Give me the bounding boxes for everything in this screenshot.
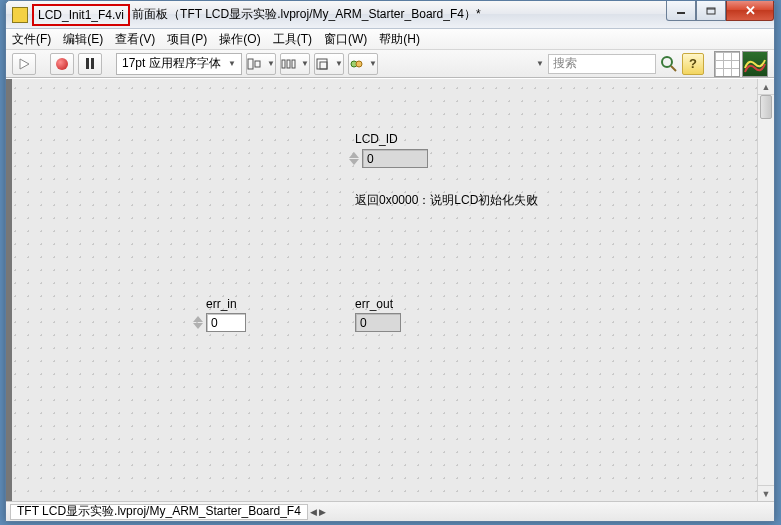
lcd-id-spinner[interactable] <box>349 152 361 165</box>
front-panel-area: LCD_ID 0 返回0x0000：说明LCD初始化失败 err_in 0 er… <box>6 79 774 501</box>
toolbar: 17pt 应用程序字体▼ ▼ ▼ ▼ ▼ ▼ 搜索 ? <box>6 50 774 78</box>
err-out-indicator[interactable]: 0 <box>355 313 401 332</box>
maximize-button[interactable] <box>696 1 726 21</box>
right-arrow-icon[interactable]: ▶ <box>319 507 326 517</box>
menu-help[interactable]: 帮助(H) <box>379 31 420 48</box>
err-out-label: err_out <box>355 297 393 311</box>
menu-file[interactable]: 文件(F) <box>12 31 51 48</box>
menu-window[interactable]: 窗口(W) <box>324 31 367 48</box>
svg-rect-10 <box>320 62 327 69</box>
app-icon <box>12 7 28 23</box>
svg-rect-9 <box>317 59 327 69</box>
pause-icon <box>86 58 94 69</box>
chevron-down-icon: ▼ <box>228 59 236 68</box>
left-arrow-icon[interactable]: ◀ <box>310 507 317 517</box>
titlebar[interactable]: LCD_Init1_F4.vi 前面板（TFT LCD显示实验.lvproj/M… <box>6 1 774 29</box>
chevron-down-icon: ▼ <box>369 59 377 68</box>
lcd-id-indicator[interactable]: 0 <box>362 149 428 168</box>
scroll-up-icon[interactable]: ▲ <box>758 79 774 95</box>
menubar: 文件(F) 编辑(E) 查看(V) 项目(P) 操作(O) 工具(T) 窗口(W… <box>6 29 774 50</box>
up-arrow-icon <box>349 152 359 158</box>
vi-icon[interactable] <box>742 51 768 77</box>
font-label: 17pt 应用程序字体 <box>122 55 221 72</box>
svg-line-14 <box>671 66 676 71</box>
up-arrow-icon <box>193 316 203 322</box>
app-window: LCD_Init1_F4.vi 前面板（TFT LCD显示实验.lvproj/M… <box>5 0 775 522</box>
front-panel-canvas[interactable]: LCD_ID 0 返回0x0000：说明LCD初始化失败 err_in 0 er… <box>6 79 774 501</box>
abort-button[interactable] <box>50 53 74 75</box>
scroll-thumb[interactable] <box>760 95 772 119</box>
resize-button[interactable]: ▼ <box>314 53 344 75</box>
search-input[interactable]: 搜索 <box>548 54 656 74</box>
svg-point-13 <box>662 57 672 67</box>
svg-marker-3 <box>20 59 29 69</box>
record-icon <box>56 58 68 70</box>
close-button[interactable]: ✕ <box>726 1 774 21</box>
menu-view[interactable]: 查看(V) <box>115 31 155 48</box>
connector-pane-icon[interactable] <box>714 51 740 77</box>
title-highlight: LCD_Init1_F4.vi <box>32 4 130 26</box>
scroll-down-icon[interactable]: ▼ <box>758 485 774 501</box>
chevron-down-icon: ▼ <box>267 59 275 68</box>
menu-edit[interactable]: 编辑(E) <box>63 31 103 48</box>
search-dd-icon[interactable]: ▼ <box>536 59 544 68</box>
reorder-button[interactable]: ▼ <box>348 53 378 75</box>
err-in-spinner[interactable] <box>193 316 205 329</box>
pause-button[interactable] <box>78 53 102 75</box>
canvas-edge <box>6 79 12 501</box>
down-arrow-icon <box>349 159 359 165</box>
run-button[interactable] <box>12 53 36 75</box>
context-help-button[interactable]: ? <box>682 53 704 75</box>
vertical-scrollbar[interactable]: ▲ ▼ <box>757 79 774 501</box>
menu-operate[interactable]: 操作(O) <box>219 31 260 48</box>
project-path[interactable]: TFT LCD显示实验.lvproj/My_ARM_Starter_Board_… <box>10 504 308 520</box>
svg-rect-4 <box>248 59 253 69</box>
svg-point-12 <box>356 61 362 67</box>
menu-project[interactable]: 项目(P) <box>167 31 207 48</box>
down-arrow-icon <box>193 323 203 329</box>
err-in-control[interactable]: 0 <box>206 313 246 332</box>
svg-rect-7 <box>287 60 290 68</box>
chevron-down-icon: ▼ <box>301 59 309 68</box>
title-rest: 前面板（TFT LCD显示实验.lvproj/My_ARM_Starter_Bo… <box>132 6 481 23</box>
menu-tools[interactable]: 工具(T) <box>273 31 312 48</box>
chevron-down-icon: ▼ <box>335 59 343 68</box>
svg-rect-5 <box>255 61 260 67</box>
lcd-note-label: 返回0x0000：说明LCD初始化失败 <box>355 192 538 209</box>
font-selector[interactable]: 17pt 应用程序字体▼ <box>116 53 242 75</box>
svg-rect-6 <box>282 60 285 68</box>
statusbar: TFT LCD显示实验.lvproj/My_ARM_Starter_Board_… <box>6 501 774 521</box>
distribute-button[interactable]: ▼ <box>280 53 310 75</box>
lcd-id-label: LCD_ID <box>355 132 398 146</box>
minimize-button[interactable] <box>666 1 696 21</box>
err-in-label: err_in <box>206 297 237 311</box>
svg-rect-8 <box>292 60 295 68</box>
search-icon[interactable] <box>660 55 678 73</box>
search-placeholder: 搜索 <box>553 55 577 72</box>
align-button[interactable]: ▼ <box>246 53 276 75</box>
